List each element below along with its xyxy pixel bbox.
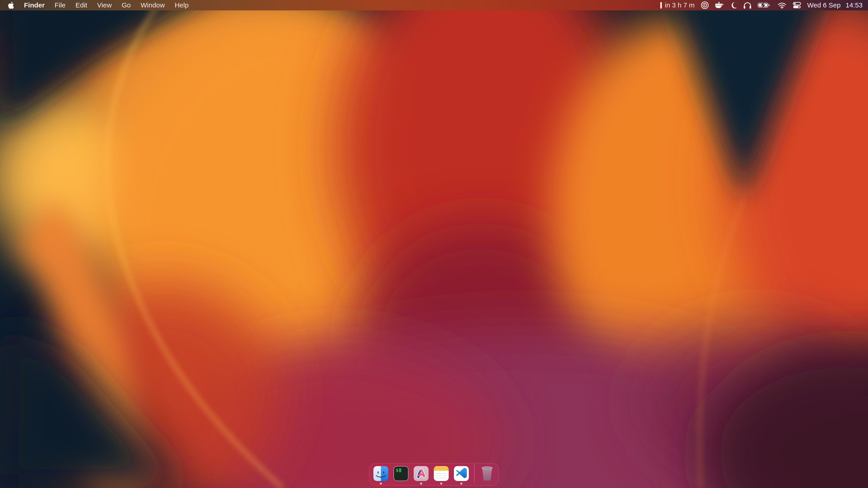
dock-item-finder[interactable]	[373, 466, 388, 481]
timer-bar-icon	[660, 2, 662, 8]
terminal-prompt: $	[396, 468, 398, 473]
status-audio[interactable]	[743, 2, 752, 9]
wifi-icon	[777, 2, 786, 8]
vscode-icon	[454, 466, 469, 481]
menu-bar: Finder File Edit View Go Window Help in …	[0, 0, 868, 10]
battery-charging-icon	[758, 2, 771, 8]
clock-date: Wed 6 Sep	[807, 1, 841, 9]
menu-bar-left: Finder File Edit View Go Window Help	[0, 1, 189, 9]
running-indicator	[440, 483, 442, 485]
terminal-cursor	[399, 468, 401, 472]
menu-bar-clock[interactable]: Wed 6 Sep 14:53	[807, 1, 863, 9]
trash-icon	[481, 466, 493, 481]
menu-bar-status: in 3 h 7 m	[660, 1, 868, 9]
app-menu-finder[interactable]: Finder	[24, 1, 45, 9]
control-center-icon	[793, 2, 801, 9]
dock-item-terminal[interactable]: $	[394, 466, 408, 481]
running-indicator	[460, 483, 463, 485]
menu-window[interactable]: Window	[141, 1, 165, 9]
wallpaper-art	[0, 0, 868, 488]
status-docker[interactable]	[715, 2, 724, 9]
trash-rim-inner	[483, 467, 492, 469]
dock: $	[369, 463, 499, 486]
arc-browser-icon	[414, 466, 429, 481]
terminal-icon: $	[394, 466, 408, 481]
running-indicator	[420, 483, 422, 485]
desktop-wallpaper	[0, 0, 868, 488]
notes-icon	[434, 466, 449, 481]
dock-item-trash[interactable]	[480, 466, 495, 481]
arc-a-glyph	[414, 466, 429, 481]
status-control-center[interactable]	[793, 2, 801, 9]
clock-time: 14:53	[846, 1, 863, 9]
status-timer[interactable]: in 3 h 7 m	[660, 1, 694, 9]
menu-help[interactable]: Help	[175, 1, 189, 9]
focus-moon-icon	[730, 2, 737, 9]
onepassword-icon	[701, 1, 709, 9]
menu-file[interactable]: File	[55, 1, 66, 9]
finder-icon	[373, 466, 388, 481]
dock-separator	[474, 464, 474, 483]
status-battery[interactable]	[758, 2, 771, 8]
docker-icon	[715, 2, 724, 9]
status-wifi[interactable]	[777, 2, 786, 8]
headphones-icon	[743, 2, 752, 9]
dock-item-arc[interactable]	[414, 466, 429, 481]
apple-menu[interactable]	[8, 2, 14, 9]
apple-icon	[8, 2, 14, 9]
menu-go[interactable]: Go	[122, 1, 131, 9]
dock-item-vscode[interactable]	[454, 466, 469, 481]
dock-item-notes[interactable]	[434, 466, 449, 481]
status-1password[interactable]	[701, 1, 709, 9]
running-indicator	[380, 483, 382, 485]
menu-view[interactable]: View	[97, 1, 112, 9]
timer-text: in 3 h 7 m	[665, 1, 694, 9]
status-focus[interactable]	[730, 2, 737, 9]
menu-edit[interactable]: Edit	[75, 1, 87, 9]
